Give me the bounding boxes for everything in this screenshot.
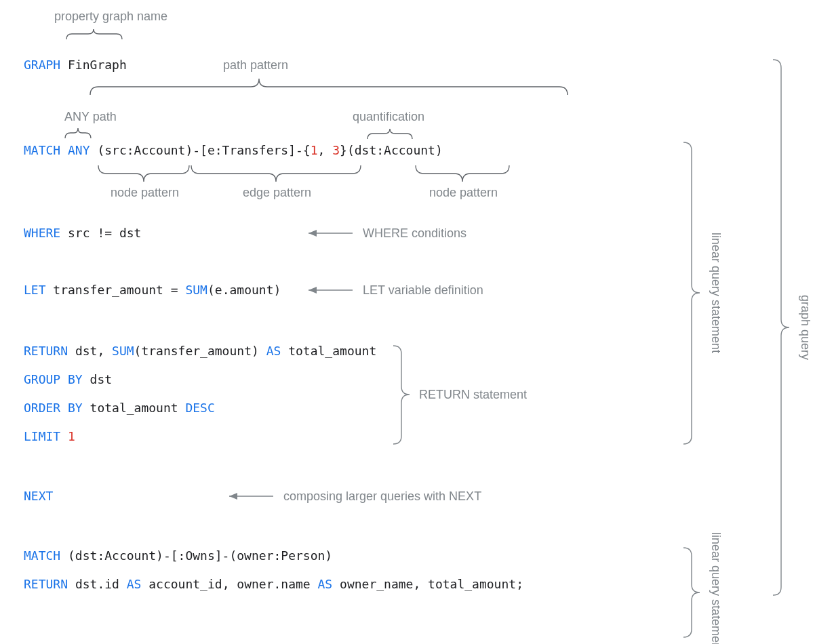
brace-path-pattern [90, 79, 568, 95]
code-line-graph: GRAPH FinGraph [24, 58, 127, 72]
label-linear-query-1: linear query statement [709, 233, 723, 353]
brace-edge-pattern [191, 165, 361, 182]
code-line-return2: RETURN dst.id AS account_id, owner.name … [24, 577, 523, 591]
brace-node-pattern-1 [98, 165, 189, 182]
label-composing-next: composing larger queries with NEXT [283, 489, 481, 503]
brace-return-statement [393, 346, 410, 444]
label-path-pattern: path pattern [223, 58, 288, 72]
label-graph-query: graph query [799, 295, 812, 360]
code-line-match2: MATCH (dst:Account)-[:Owns]-(owner:Perso… [24, 548, 332, 563]
brace-linear-query-1 [683, 142, 700, 444]
label-node-pattern-2: node pattern [429, 186, 498, 199]
label-property-graph-name: property graph name [54, 9, 167, 23]
code-line-limit: LIMIT 1 [24, 429, 75, 443]
arrowhead-where [309, 230, 317, 237]
code-line-let: LET transfer_amount = SUM(e.amount) [24, 283, 281, 297]
arrowhead-let [309, 287, 317, 294]
label-return-statement: RETURN statement [419, 388, 527, 401]
code-line-match1: MATCH ANY (src:Account)-[e:Transfers]-{1… [24, 143, 443, 157]
brace-quantification [368, 129, 412, 139]
arrowhead-next [229, 493, 237, 500]
brace-graph-query [773, 60, 789, 595]
label-any-path: ANY path [64, 110, 117, 123]
code-line-orderby: ORDER BY total_amount DESC [24, 401, 215, 415]
code-line-next: NEXT [24, 489, 54, 503]
label-linear-query-2: linear query statement [709, 532, 723, 644]
code-line-return1: RETURN dst, SUM(transfer_amount) AS tota… [24, 344, 376, 358]
brace-any-path [65, 128, 91, 138]
code-line-groupby: GROUP BY dst [24, 372, 112, 386]
brace-property-graph-name [66, 29, 122, 39]
label-quantification: quantification [353, 110, 424, 123]
brace-linear-query-2 [683, 548, 700, 637]
label-let-variable-definition: LET variable definition [363, 283, 483, 297]
label-node-pattern-1: node pattern [111, 186, 179, 199]
brace-node-pattern-2 [416, 165, 509, 182]
label-edge-pattern: edge pattern [243, 186, 311, 199]
code-line-where: WHERE src != dst [24, 226, 141, 240]
label-where-conditions: WHERE conditions [363, 226, 466, 240]
